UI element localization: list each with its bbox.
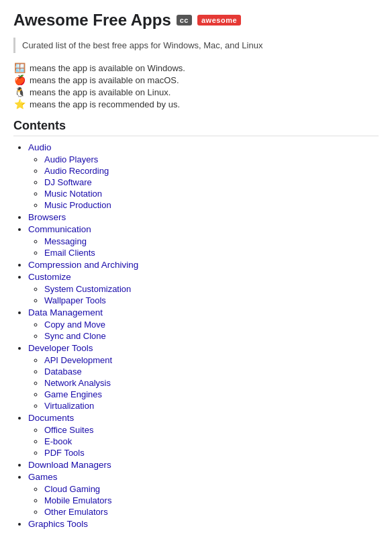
sub-list-item: Audio Recording xyxy=(44,165,379,176)
sub-list-item: Database xyxy=(44,366,379,377)
category-link[interactable]: Graphics Tools xyxy=(28,519,88,529)
category-link[interactable]: Audio xyxy=(28,142,52,152)
sub-category-link[interactable]: API Development xyxy=(44,355,112,365)
top-list-item: AudioAudio PlayersAudio RecordingDJ Soft… xyxy=(28,142,379,210)
sub-category-link[interactable]: Mobile Emulators xyxy=(44,495,111,505)
sub-category-link[interactable]: Other Emulators xyxy=(44,507,108,517)
top-list-item: Browsers xyxy=(28,211,379,222)
top-list-item: GamesCloud GamingMobile EmulatorsOther E… xyxy=(28,471,379,517)
sub-list-item: Wallpaper Tools xyxy=(44,295,379,305)
sub-list-item: E-book xyxy=(44,436,379,446)
sub-category-link[interactable]: Game Engines xyxy=(44,389,102,399)
sub-category-link[interactable]: Cloud Gaming xyxy=(44,484,100,494)
legend-item: ⭐means the app is recommended by us. xyxy=(13,99,379,109)
sub-category-link[interactable]: Office Suites xyxy=(44,425,93,435)
sub-list-item: Messaging xyxy=(44,236,379,246)
legend-item: 🍎means the app is available on macOS. xyxy=(13,75,379,85)
sub-list: Audio PlayersAudio RecordingDJ SoftwareM… xyxy=(28,154,379,210)
sub-category-link[interactable]: Music Notation xyxy=(44,189,102,199)
category-link[interactable]: Data Management xyxy=(28,307,103,318)
legend-text: means the app is recommended by us. xyxy=(30,99,180,109)
sub-list-item: DJ Software xyxy=(44,177,379,187)
sub-list-item: Game Engines xyxy=(44,389,379,399)
sub-category-link[interactable]: Virtualization xyxy=(44,401,94,411)
category-link[interactable]: Documents xyxy=(28,413,74,423)
legend-text: means the app is available on Linux. xyxy=(30,87,170,97)
sub-list: MessagingEmail Clients xyxy=(28,236,379,258)
sub-list-item: Mobile Emulators xyxy=(44,495,379,505)
top-list-item: Developer ToolsAPI DevelopmentDatabaseNe… xyxy=(28,342,379,411)
sub-list: System CustomizationWallpaper Tools xyxy=(28,283,379,305)
sub-list: Copy and MoveSync and Clone xyxy=(28,319,379,341)
sub-category-link[interactable]: System Customization xyxy=(44,284,131,294)
sub-list-item: System Customization xyxy=(44,283,379,294)
legend-text: means the app is available on macOS. xyxy=(30,75,179,85)
legend-icon: 🪟 xyxy=(13,62,26,73)
top-list-item: CommunicationMessagingEmail Clients xyxy=(28,224,379,258)
sub-list-item: Other Emulators xyxy=(44,506,379,517)
sub-list: Office SuitesE-bookPDF Tools xyxy=(28,424,379,458)
subtitle-text: Curated list of the best free apps for W… xyxy=(22,40,262,50)
sub-list-item: Network Analysis xyxy=(44,377,379,388)
sub-list-item: PDF Tools xyxy=(44,447,379,458)
sub-category-link[interactable]: PDF Tools xyxy=(44,448,85,458)
sub-category-link[interactable]: Database xyxy=(44,367,82,377)
category-link[interactable]: Games xyxy=(28,472,58,482)
sub-category-link[interactable]: Wallpaper Tools xyxy=(44,295,106,305)
legend-icon: 🐧 xyxy=(13,87,26,97)
top-list-item: DocumentsOffice SuitesE-bookPDF Tools xyxy=(28,412,379,458)
legend: 🪟means the app is available on Windows.🍎… xyxy=(13,62,379,109)
legend-item: 🪟means the app is available on Windows. xyxy=(13,62,379,73)
sub-list-item: API Development xyxy=(44,354,379,365)
page-title: Awesome Free Apps xyxy=(13,11,171,30)
top-list-item: Data ManagementCopy and MoveSync and Clo… xyxy=(28,307,379,341)
category-link[interactable]: Browsers xyxy=(28,212,66,222)
legend-item: 🐧means the app is available on Linux. xyxy=(13,87,379,97)
legend-text: means the app is available on Windows. xyxy=(30,63,185,73)
page-header: Awesome Free Apps cc awesome xyxy=(13,11,379,30)
sub-category-link[interactable]: Network Analysis xyxy=(44,378,111,388)
sub-list-item: Email Clients xyxy=(44,247,379,258)
category-link[interactable]: Developer Tools xyxy=(28,343,93,353)
sub-category-link[interactable]: Audio Players xyxy=(44,154,98,164)
sub-category-link[interactable]: Copy and Move xyxy=(44,320,105,330)
category-link[interactable]: Compression and Archiving xyxy=(28,260,138,270)
sub-category-link[interactable]: DJ Software xyxy=(44,177,92,187)
top-list-item: Download Managers xyxy=(28,459,379,470)
sub-list-item: Office Suites xyxy=(44,424,379,435)
sub-category-link[interactable]: Email Clients xyxy=(44,248,95,258)
sub-list: API DevelopmentDatabaseNetwork AnalysisG… xyxy=(28,354,379,411)
sub-category-link[interactable]: Music Production xyxy=(44,200,111,210)
sub-list-item: Virtualization xyxy=(44,400,379,411)
badge-awesome: awesome xyxy=(197,15,241,26)
subtitle-block: Curated list of the best free apps for W… xyxy=(13,38,379,53)
sub-list-item: Music Notation xyxy=(44,188,379,199)
sub-list-item: Sync and Clone xyxy=(44,330,379,341)
sub-category-link[interactable]: Sync and Clone xyxy=(44,331,106,341)
sub-list: Cloud GamingMobile EmulatorsOther Emulat… xyxy=(28,483,379,517)
contents-list: AudioAudio PlayersAudio RecordingDJ Soft… xyxy=(13,142,379,529)
sub-list-item: Audio Players xyxy=(44,154,379,164)
badge-cc: cc xyxy=(177,15,192,26)
category-link[interactable]: Communication xyxy=(28,224,91,234)
legend-icon: ⭐ xyxy=(13,99,26,109)
sub-category-link[interactable]: Messaging xyxy=(44,236,87,246)
top-list-item: CustomizeSystem CustomizationWallpaper T… xyxy=(28,271,379,305)
sub-category-link[interactable]: Audio Recording xyxy=(44,166,109,176)
legend-icon: 🍎 xyxy=(13,75,26,85)
sub-category-link[interactable]: E-book xyxy=(44,436,72,446)
top-list-item: Compression and Archiving xyxy=(28,259,379,270)
sub-list-item: Music Production xyxy=(44,199,379,210)
top-list-item: Graphics Tools xyxy=(28,518,379,529)
category-link[interactable]: Download Managers xyxy=(28,460,111,470)
contents-heading: Contents xyxy=(13,119,379,136)
category-link[interactable]: Customize xyxy=(28,272,71,282)
sub-list-item: Copy and Move xyxy=(44,319,379,330)
sub-list-item: Cloud Gaming xyxy=(44,483,379,494)
